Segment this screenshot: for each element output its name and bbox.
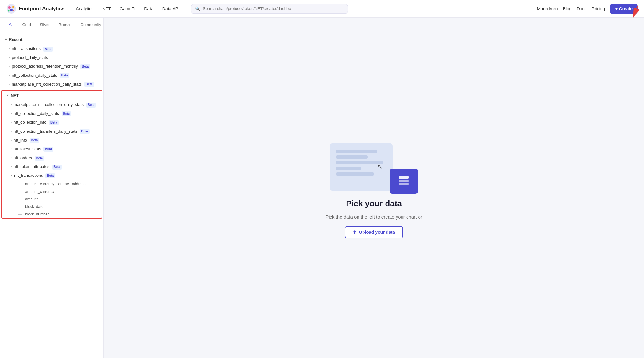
svg-rect-6	[399, 176, 409, 179]
illus-line-4	[336, 167, 361, 170]
chevron-down-icon: ▾	[7, 93, 9, 98]
beta-badge: Beta	[43, 47, 53, 52]
list-item[interactable]: › nft_orders Beta	[2, 154, 102, 162]
dash-icon: —	[18, 189, 22, 194]
tab-gold[interactable]: Gold	[18, 20, 34, 29]
nav-blog[interactable]: Blog	[563, 6, 572, 11]
list-item[interactable]: › nft_info Beta	[2, 136, 102, 145]
list-item[interactable]: — amount	[2, 195, 102, 203]
chevron-down-icon: ▾	[5, 37, 7, 42]
nav-pricing[interactable]: Pricing	[592, 6, 605, 11]
upload-button-label: Upload your data	[359, 230, 395, 235]
list-item[interactable]: › protocol_daily_stats	[0, 53, 103, 62]
chevron-right-icon: ›	[11, 111, 12, 116]
item-label: nft_collection_info Beta	[14, 120, 58, 125]
list-item[interactable]: — amount_currency	[2, 188, 102, 195]
svg-point-4	[8, 10, 10, 11]
item-label: protocol_address_retention_monthly Beta	[12, 64, 90, 69]
svg-point-2	[12, 6, 14, 8]
section-nft[interactable]: ▾ NFT	[2, 91, 102, 100]
create-button[interactable]: + Create	[610, 4, 638, 14]
search-input[interactable]	[203, 6, 344, 11]
nav-right: Moon Men Blog Docs Pricing + Create	[537, 4, 638, 14]
chevron-right-icon: ›	[11, 138, 12, 143]
illustration: ↖	[330, 137, 418, 194]
upload-button[interactable]: ⬆ Upload your data	[345, 226, 403, 238]
chevron-right-icon: ›	[11, 165, 12, 169]
page-title: Pick your data	[346, 199, 402, 209]
beta-badge: Beta	[30, 138, 40, 143]
list-item[interactable]: › nft_collection_daily_stats Beta	[2, 109, 102, 118]
nav-gamefi[interactable]: GameFi	[116, 4, 139, 13]
list-item[interactable]: › nft_token_attributes Beta	[2, 162, 102, 171]
nft-section: ▾ NFT › marketplace_nft_collection_daily…	[1, 90, 102, 219]
sub-item-label: block_date	[25, 204, 43, 209]
item-label: protocol_daily_stats	[12, 55, 48, 60]
sidebar: All Gold Silver Bronze Community ▾ Recen…	[0, 18, 104, 358]
beta-badge: Beta	[62, 111, 72, 116]
item-label: nft_collection_daily_stats Beta	[12, 73, 69, 78]
svg-point-1	[8, 6, 11, 9]
section-recent[interactable]: ▾ Recent	[0, 35, 103, 44]
item-label: nft_collection_transfers_daily_stats Bet…	[14, 129, 90, 134]
pick-data-card: ↖ Pick your data Pick the data on the le…	[325, 137, 422, 238]
list-item[interactable]: › marketplace_nft_collection_daily_stats…	[2, 100, 102, 109]
list-item[interactable]: › protocol_address_retention_monthly Bet…	[0, 62, 103, 71]
nav-analytics[interactable]: Analytics	[72, 4, 97, 13]
illus-line-1	[336, 150, 377, 153]
sub-item-label: amount_currency_contract_address	[25, 182, 85, 186]
sidebar-scroll[interactable]: ▾ Recent › nft_transactions Beta › proto…	[0, 32, 103, 358]
list-item[interactable]: — block_date	[2, 203, 102, 210]
nav-data-api[interactable]: Data API	[158, 4, 183, 13]
chevron-right-icon: ›	[11, 147, 12, 151]
illus-chart-icon	[390, 169, 418, 194]
nav-data[interactable]: Data	[140, 4, 157, 13]
nav-docs[interactable]: Docs	[577, 6, 587, 11]
item-label: marketplace_nft_collection_daily_stats B…	[14, 102, 96, 108]
tab-silver[interactable]: Silver	[36, 20, 54, 29]
list-item[interactable]: › nft_latest_stats Beta	[2, 145, 102, 154]
svg-rect-8	[399, 183, 409, 185]
svg-rect-7	[399, 180, 409, 182]
beta-badge: Beta	[43, 147, 53, 152]
list-item[interactable]: — amount_currency_contract_address	[2, 180, 102, 188]
illus-line-2	[336, 155, 368, 159]
chevron-right-icon: ›	[11, 120, 12, 125]
beta-badge: Beta	[35, 156, 45, 161]
list-item[interactable]: › marketplace_nft_collection_daily_stats…	[0, 80, 103, 89]
main-layout: All Gold Silver Bronze Community ▾ Recen…	[0, 18, 644, 358]
list-item[interactable]: › nft_transactions Beta	[0, 44, 103, 53]
nav-moon-men[interactable]: Moon Men	[537, 6, 558, 11]
nav-links: Analytics NFT GameFi Data Data API	[72, 4, 183, 13]
search-icon: 🔍	[195, 6, 200, 11]
search-bar[interactable]: 🔍	[191, 4, 348, 14]
chevron-right-icon: ›	[9, 55, 10, 60]
beta-badge: Beta	[49, 120, 59, 125]
main-content: ↖ Pick your data Pick the data on the le…	[104, 18, 644, 358]
logo-icon	[6, 4, 16, 14]
nav-nft[interactable]: NFT	[98, 4, 114, 13]
list-item[interactable]: — block_number	[2, 210, 102, 218]
tab-all[interactable]: All	[5, 20, 17, 29]
beta-badge: Beta	[80, 129, 90, 134]
illus-line-3	[336, 161, 383, 164]
logo[interactable]: Footprint Analytics	[6, 4, 64, 14]
list-item[interactable]: › nft_collection_transfers_daily_stats B…	[2, 127, 102, 136]
list-item[interactable]: › nft_collection_daily_stats Beta	[0, 71, 103, 80]
list-item[interactable]: ▾ nft_transactions Beta	[2, 171, 102, 180]
beta-badge: Beta	[84, 82, 94, 87]
logo-text: Footprint Analytics	[19, 6, 64, 12]
section-nft-label: NFT	[11, 93, 19, 98]
chevron-right-icon: ›	[9, 47, 10, 51]
tab-community[interactable]: Community	[77, 20, 104, 29]
list-item[interactable]: › nft_collection_info Beta	[2, 118, 102, 127]
cursor-icon: ↖	[377, 162, 383, 171]
tab-bronze[interactable]: Bronze	[55, 20, 75, 29]
beta-badge: Beta	[80, 64, 90, 69]
svg-point-5	[13, 10, 14, 11]
section-recent-label: Recent	[9, 37, 22, 42]
chevron-down-icon: ▾	[11, 173, 12, 178]
dash-icon: —	[18, 212, 22, 216]
sub-item-label: block_number	[25, 212, 49, 216]
dash-icon: —	[18, 197, 22, 201]
